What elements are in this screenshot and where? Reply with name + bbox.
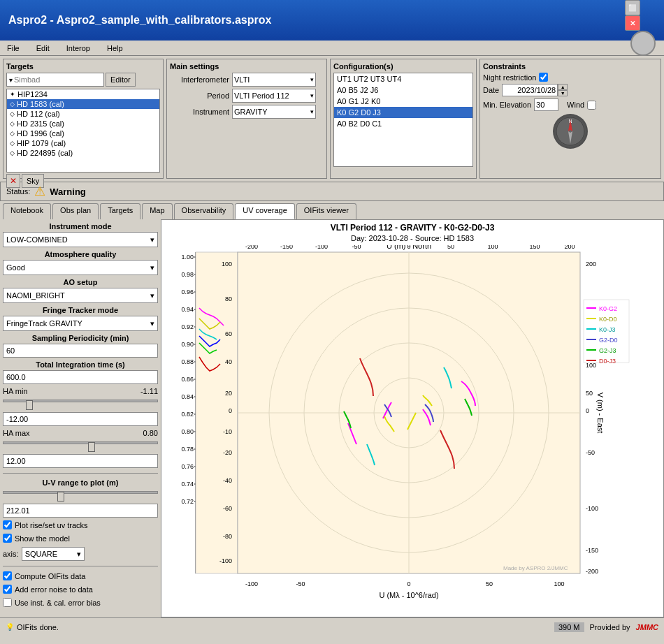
axis-row: axis: SQUARE ▾ — [3, 547, 158, 561]
config-item-a0b2[interactable]: A0 B2 D0 C1 — [334, 118, 472, 129]
tab-notebook[interactable]: Notebook — [3, 203, 51, 219]
date-row: Date ▲ ▼ — [483, 84, 658, 96]
axis-select[interactable]: SQUARE ▾ — [22, 547, 85, 561]
svg-text:100: 100 — [487, 245, 498, 250]
config-item-a0b5[interactable]: A0 B5 J2 J6 — [334, 85, 472, 96]
svg-text:-150: -150 — [280, 245, 293, 250]
target-item-hd1583[interactable]: ◇ HD 1583 (cal) — [7, 99, 159, 109]
night-restriction-row: Night restriction — [483, 73, 658, 82]
svg-text:0: 0 — [407, 580, 410, 587]
plot-riseset-checkbox[interactable] — [3, 520, 12, 529]
svg-text:-40: -40 — [223, 477, 232, 484]
editor-button[interactable]: Editor — [106, 73, 136, 87]
period-select[interactable]: VLTI Period 112 ▾ — [232, 89, 316, 103]
wind-checkbox[interactable] — [587, 101, 596, 110]
compute-oifits-checkbox[interactable] — [3, 571, 12, 580]
search-box[interactable]: ▾ — [6, 73, 104, 87]
svg-text:0.72: 0.72 — [181, 498, 194, 505]
add-error-noise-row: Add error noise to data — [3, 585, 158, 594]
svg-text:20: 20 — [225, 390, 232, 397]
menu-edit[interactable]: Edit — [32, 43, 54, 54]
ao-setup-title: AO setup — [3, 278, 158, 286]
targets-panel-title: Targets — [6, 62, 160, 71]
interferometer-select[interactable]: VLTI ▾ — [232, 73, 316, 87]
night-restriction-checkbox[interactable] — [539, 73, 548, 82]
svg-text:0.96: 0.96 — [181, 288, 194, 295]
sampling-title: Sampling Periodicity (min) — [3, 334, 158, 342]
cal-icon: ◇ — [10, 110, 15, 117]
svg-text:40: 40 — [225, 358, 232, 365]
tab-oifits[interactable]: OIFits viewer — [296, 203, 356, 219]
svg-text:0.98: 0.98 — [181, 271, 194, 278]
config-item-k0g2[interactable]: K0 G2 D0 J3 — [334, 107, 472, 118]
content-area: Instrument mode LOW-COMBINED ▾ Atmospher… — [0, 219, 664, 617]
target-item-hd224895[interactable]: ◇ HD 224895 (cal) — [7, 148, 159, 158]
atmosphere-select[interactable]: Good ▾ — [3, 260, 158, 275]
sampling-input[interactable] — [3, 344, 158, 358]
use-inst-cal-label: Use inst. & cal. error bias — [15, 599, 101, 607]
ha-max-section: HA max 0.80 — [3, 429, 158, 468]
delete-target-button[interactable]: ✕ — [6, 174, 20, 188]
svg-text:0.92: 0.92 — [181, 323, 194, 330]
svg-text:-100: -100 — [586, 505, 598, 512]
tab-map[interactable]: Map — [142, 203, 172, 219]
menu-help[interactable]: Help — [103, 43, 127, 54]
tab-uvcoverage[interactable]: UV coverage — [235, 203, 295, 219]
date-input[interactable] — [502, 84, 558, 96]
ha-max-input[interactable] — [3, 454, 158, 468]
target-item-hip1234[interactable]: ✦ HIP1234 — [7, 89, 159, 99]
ao-setup-section: AO setup NAOMI_BRIGHT ▾ — [3, 278, 158, 303]
tab-targets[interactable]: Targets — [100, 203, 140, 219]
instrument-mode-select[interactable]: LOW-COMBINED ▾ — [3, 232, 158, 247]
instrument-select[interactable]: GRAVITY ▾ — [232, 105, 316, 119]
date-up-button[interactable]: ▲ — [558, 84, 568, 90]
target-item-hip1079[interactable]: ◇ HIP 1079 (cal) — [7, 138, 159, 148]
integration-input[interactable] — [3, 370, 158, 384]
add-error-noise-checkbox[interactable] — [3, 585, 12, 594]
target-item-hd112[interactable]: ◇ HD 112 (cal) — [7, 109, 159, 119]
search-dropdown-icon[interactable]: ▾ — [9, 76, 13, 84]
chevron-down-icon: ▾ — [310, 92, 314, 99]
constraints-panel: Constraints Night restriction Date ▲ ▼ M… — [479, 59, 661, 179]
svg-text:-50: -50 — [586, 449, 595, 456]
maximize-button[interactable]: ⬜ — [625, 0, 640, 15]
date-down-button[interactable]: ▼ — [558, 90, 568, 96]
ha-min-input[interactable] — [3, 412, 158, 426]
uv-range-input[interactable] — [3, 504, 158, 518]
search-input[interactable] — [14, 75, 101, 84]
target-list: ✦ HIP1234 ◇ HD 1583 (cal) ◇ HD 112 (cal)… — [6, 89, 160, 173]
search-row: ▾ Editor — [6, 73, 160, 87]
svg-text:150: 150 — [529, 245, 540, 250]
tab-obsplan[interactable]: Obs plan — [52, 203, 99, 219]
menu-file[interactable]: File — [3, 43, 24, 54]
uv-range-slider-thumb[interactable] — [57, 492, 64, 502]
title-controls: ▾ ⬜ ✕ — [625, 0, 656, 56]
tab-observability[interactable]: Observability — [174, 203, 234, 219]
config-item-ut[interactable]: UT1 UT2 UT3 UT4 — [334, 73, 472, 85]
chart-subtitle: Day: 2023-10-28 - Source: HD 1583 — [164, 234, 661, 242]
use-inst-cal-checkbox[interactable] — [3, 598, 12, 607]
svg-text:K0-J3: K0-J3 — [599, 326, 616, 333]
footer-status: OIFits done. — [17, 623, 59, 631]
svg-text:-50: -50 — [296, 580, 305, 587]
close-button[interactable]: ✕ — [625, 15, 640, 31]
period-row: Period VLTI Period 112 ▾ — [170, 89, 324, 103]
cal-icon: ◇ — [10, 140, 15, 147]
ha-min-slider-thumb[interactable] — [26, 400, 33, 410]
fringe-tracker-select[interactable]: FringeTrack GRAVITY ▾ — [3, 316, 158, 331]
chevron-down-icon: ▾ — [150, 319, 154, 328]
menu-interop[interactable]: Interop — [62, 43, 94, 54]
target-name: HD 112 (cal) — [17, 110, 60, 118]
config-item-a0g1[interactable]: A0 G1 J2 K0 — [334, 96, 472, 107]
config-panel: Configuration(s) UT1 UT2 UT3 UT4 A0 B5 J… — [330, 59, 477, 179]
target-item-hd2315[interactable]: ◇ HD 2315 (cal) — [7, 119, 159, 129]
cal-icon: ◇ — [10, 149, 15, 156]
min-elevation-input[interactable] — [534, 98, 558, 111]
ha-max-slider-thumb[interactable] — [88, 442, 95, 452]
target-item-hd1996[interactable]: ◇ HD 1996 (cal) — [7, 129, 159, 138]
show-model-checkbox[interactable] — [3, 534, 12, 543]
target-name: HIP1234 — [17, 90, 48, 98]
svg-text:100: 100 — [222, 261, 232, 268]
ao-setup-select[interactable]: NAOMI_BRIGHT ▾ — [3, 288, 158, 303]
svg-text:50: 50 — [486, 580, 493, 587]
